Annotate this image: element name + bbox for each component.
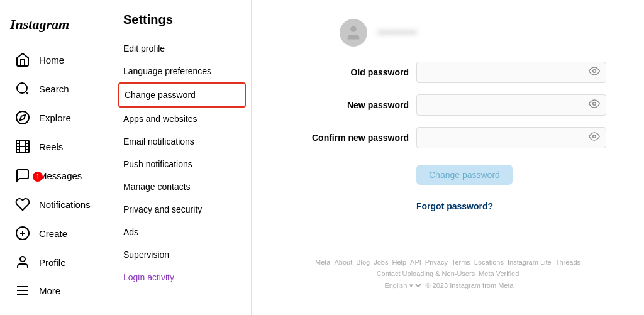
menu-icon <box>15 283 30 298</box>
sidebar-item-reels[interactable]: Reels <box>5 133 108 160</box>
reels-icon <box>15 139 30 154</box>
svg-point-22 <box>593 135 596 138</box>
settings-title: Settings <box>113 0 251 37</box>
sidebar-item-messages[interactable]: 1 Messages <box>5 162 108 189</box>
svg-point-19 <box>350 26 356 32</box>
sidebar-item-search-label: Search <box>39 84 69 94</box>
svg-line-1 <box>26 92 28 94</box>
sidebar-item-notifications[interactable]: Notifications <box>5 191 108 218</box>
old-password-input[interactable] <box>416 62 606 83</box>
profile-icon <box>15 255 30 270</box>
new-password-input[interactable] <box>416 94 606 116</box>
sidebar: Instagram Home Search Explore Reels 1 Me… <box>0 0 113 315</box>
sidebar-item-more-label: More <box>39 285 60 296</box>
sidebar-item-search[interactable]: Search <box>5 75 108 102</box>
settings-item-change-password[interactable]: Change password <box>118 82 246 108</box>
footer-links: Meta About Blog Jobs Help API Privacy Te… <box>289 258 606 266</box>
footer-link-about[interactable]: About <box>334 258 352 266</box>
new-password-input-wrap <box>416 94 606 116</box>
settings-item-apps-websites[interactable]: Apps and websites <box>113 108 251 130</box>
old-password-row: Old password <box>308 62 606 83</box>
new-password-label: New password <box>308 100 409 110</box>
sidebar-item-explore[interactable]: Explore <box>5 104 108 131</box>
footer-link-jobs[interactable]: Jobs <box>374 258 388 266</box>
footer-language: English ▾ © 2023 Instagram from Meta <box>289 281 606 290</box>
footer-link-blog[interactable]: Blog <box>356 258 370 266</box>
plus-circle-icon <box>15 226 30 241</box>
footer-copyright: © 2023 Instagram from Meta <box>425 282 513 289</box>
svg-point-15 <box>20 257 25 262</box>
search-icon <box>15 81 30 96</box>
svg-point-0 <box>17 83 27 93</box>
sidebar-item-home[interactable]: Home <box>5 46 108 74</box>
confirm-password-input[interactable] <box>416 127 606 148</box>
confirm-password-row: Confirm new password <box>308 127 606 148</box>
svg-point-2 <box>16 111 29 124</box>
footer-link-contact-uploading[interactable]: Contact Uploading & Non-Users <box>377 270 475 277</box>
settings-panel: Settings Edit profile Language preferenc… <box>113 0 252 315</box>
sidebar-item-create[interactable]: Create <box>5 219 108 247</box>
old-password-eye-icon[interactable] <box>589 65 600 79</box>
change-password-form: Old password New password Confirm new pa… <box>308 62 606 211</box>
settings-item-privacy-security[interactable]: Privacy and security <box>113 198 251 221</box>
svg-point-20 <box>593 70 596 73</box>
heart-icon <box>15 197 30 212</box>
new-password-row: New password <box>308 94 606 116</box>
old-password-input-wrap <box>416 62 606 83</box>
change-password-button[interactable]: Change password <box>416 165 513 185</box>
language-select[interactable]: English ▾ <box>382 281 423 290</box>
settings-item-manage-contacts[interactable]: Manage contacts <box>113 175 251 198</box>
messages-icon: 1 <box>15 168 30 183</box>
sidebar-item-more[interactable]: More <box>5 277 108 304</box>
footer-link-locations[interactable]: Locations <box>474 258 504 266</box>
settings-item-ads[interactable]: Ads <box>113 221 251 243</box>
confirm-password-label: Confirm new password <box>308 132 409 143</box>
settings-item-language-preferences[interactable]: Language preferences <box>113 60 251 82</box>
footer: Meta About Blog Jobs Help API Privacy Te… <box>289 246 606 296</box>
sidebar-item-reels-label: Reels <box>39 141 63 152</box>
explore-icon <box>15 110 30 125</box>
home-icon <box>15 52 30 67</box>
sidebar-item-home-label: Home <box>39 55 64 65</box>
confirm-password-eye-icon[interactable] <box>589 131 600 145</box>
app-logo[interactable]: Instagram <box>0 10 113 45</box>
footer-link-meta[interactable]: Meta <box>315 258 330 266</box>
sidebar-item-messages-label: Messages <box>39 170 82 181</box>
user-header: •••••••••• <box>340 19 606 47</box>
settings-item-email-notifications[interactable]: Email notifications <box>113 130 251 153</box>
username-display: •••••••••• <box>377 26 417 40</box>
settings-item-edit-profile[interactable]: Edit profile <box>113 37 251 60</box>
avatar <box>340 19 367 47</box>
forgot-password-link[interactable]: Forgot password? <box>416 201 606 211</box>
sidebar-item-notifications-label: Notifications <box>39 199 91 210</box>
old-password-label: Old password <box>308 67 409 77</box>
svg-point-21 <box>593 102 596 106</box>
footer-link-privacy[interactable]: Privacy <box>425 258 448 266</box>
sidebar-item-profile-label: Profile <box>39 257 66 268</box>
footer-link-api[interactable]: API <box>410 258 421 266</box>
svg-marker-3 <box>20 115 25 120</box>
footer-link-terms[interactable]: Terms <box>452 258 470 266</box>
sidebar-item-create-label: Create <box>39 228 67 239</box>
messages-badge: 1 <box>33 172 43 182</box>
footer-link-help[interactable]: Help <box>392 258 406 266</box>
footer-link-meta-verified[interactable]: Meta Verified <box>479 270 519 277</box>
new-password-eye-icon[interactable] <box>589 98 600 112</box>
sidebar-item-profile[interactable]: Profile <box>5 248 108 276</box>
settings-item-login-activity[interactable]: Login activity <box>113 266 251 289</box>
settings-item-push-notifications[interactable]: Push notifications <box>113 153 251 175</box>
footer-link-instagram-lite[interactable]: Instagram Lite <box>508 258 552 266</box>
footer-links-2: Contact Uploading & Non-Users Meta Verif… <box>289 270 606 277</box>
confirm-password-input-wrap <box>416 127 606 148</box>
main-content: •••••••••• Old password New password <box>252 0 644 315</box>
sidebar-item-explore-label: Explore <box>39 113 71 123</box>
settings-item-supervision[interactable]: Supervision <box>113 243 251 266</box>
footer-link-threads[interactable]: Threads <box>555 258 580 266</box>
